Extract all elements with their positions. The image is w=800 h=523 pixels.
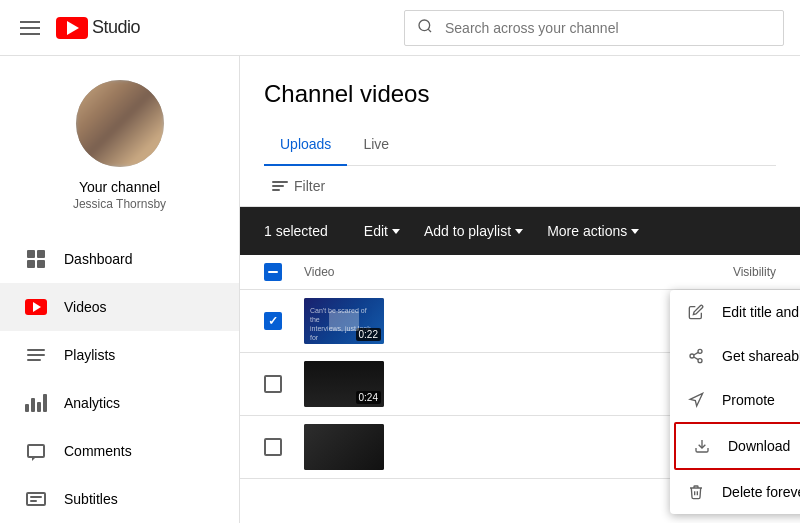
play-triangle: [67, 21, 79, 35]
video-duration: 0:22: [356, 328, 381, 341]
row-checkbox-wrap[interactable]: ✓: [264, 312, 304, 330]
more-chevron-icon: [631, 229, 639, 234]
edit-button[interactable]: Edit: [352, 215, 412, 247]
youtube-logo-icon: [56, 17, 88, 39]
sidebar-item-label: Subtitles: [64, 491, 118, 507]
main-content: Channel videos Uploads Live Filter 1 sel…: [240, 56, 800, 523]
row-checkbox[interactable]: ✓: [264, 312, 282, 330]
row-checkbox-wrap[interactable]: [264, 438, 304, 456]
add-to-playlist-label: Add to playlist: [424, 223, 511, 239]
menu-item-edit-title[interactable]: Edit title and description: [670, 290, 800, 334]
menu-item-download[interactable]: Download: [674, 422, 800, 470]
header-left: Studio: [16, 17, 140, 39]
table-row: ✓ Can't be scared of theinterviews, just…: [240, 290, 800, 353]
video-thumbnail: Can't be scared of theinterviews, just l…: [304, 298, 384, 344]
menu-item-promote[interactable]: Promote: [670, 378, 800, 422]
playlist-chevron-icon: [515, 229, 523, 234]
sidebar-item-label: Dashboard: [64, 251, 133, 267]
main-layout: Your channel Jessica Thornsby Dashboard: [0, 56, 800, 523]
filter-label: Filter: [294, 178, 325, 194]
menu-item-label: Download: [728, 438, 790, 454]
video-thumbnail: 0:24: [304, 361, 384, 407]
channel-name: Your channel: [79, 179, 160, 195]
sidebar-item-subtitles[interactable]: Subtitles: [0, 475, 239, 523]
page-title: Channel videos: [264, 80, 776, 108]
dashboard-icon: [24, 247, 48, 271]
trash-icon: [686, 482, 706, 502]
filter-button[interactable]: Filter: [264, 174, 333, 198]
row-checkbox[interactable]: [264, 375, 282, 393]
context-menu: Edit title and description Get shareable…: [670, 290, 800, 514]
sidebar-item-analytics[interactable]: Analytics: [0, 379, 239, 427]
add-to-playlist-button[interactable]: Add to playlist: [412, 215, 535, 247]
edit-chevron-icon: [392, 229, 400, 234]
menu-button[interactable]: [16, 17, 44, 39]
sidebar-item-videos[interactable]: Videos: [0, 283, 239, 331]
svg-point-4: [690, 354, 694, 358]
selected-count: 1 selected: [264, 223, 328, 239]
tab-uploads[interactable]: Uploads: [264, 124, 347, 166]
sidebar-item-label: Videos: [64, 299, 107, 315]
search-input[interactable]: [445, 20, 783, 36]
menu-item-label: Promote: [722, 392, 775, 408]
row-checkbox-wrap[interactable]: [264, 375, 304, 393]
analytics-icon: [24, 391, 48, 415]
row-checkbox[interactable]: [264, 438, 282, 456]
sidebar-item-dashboard[interactable]: Dashboard: [0, 235, 239, 283]
menu-item-shareable-link[interactable]: Get shareable link: [670, 334, 800, 378]
sidebar-item-label: Comments: [64, 443, 132, 459]
svg-point-5: [698, 359, 702, 363]
avatar: [76, 80, 164, 167]
filter-icon: [272, 181, 288, 191]
svg-point-0: [419, 20, 430, 31]
menu-item-delete[interactable]: Delete forever: [670, 470, 800, 514]
table-header: Video Visibility: [240, 255, 800, 290]
channel-sub: Jessica Thornsby: [73, 197, 166, 211]
svg-line-1: [428, 29, 431, 32]
menu-item-label: Get shareable link: [722, 348, 800, 364]
header-check[interactable]: [264, 263, 304, 281]
sidebar-nav: Dashboard Videos Playl: [0, 235, 239, 523]
svg-point-3: [698, 349, 702, 353]
svg-line-7: [694, 352, 699, 355]
studio-wordmark: Studio: [92, 17, 140, 38]
sidebar-item-playlists[interactable]: Playlists: [0, 331, 239, 379]
col-video-header: Video: [304, 265, 656, 279]
videos-icon: [24, 295, 48, 319]
subtitles-icon: [24, 487, 48, 511]
video-duration: 0:24: [356, 391, 381, 404]
search-icon: [405, 18, 445, 37]
sidebar-item-label: Playlists: [64, 347, 115, 363]
tab-live[interactable]: Live: [347, 124, 405, 166]
playlists-icon: [24, 343, 48, 367]
more-actions-button[interactable]: More actions: [535, 215, 651, 247]
megaphone-icon: [686, 390, 706, 410]
menu-item-label: Edit title and description: [722, 304, 800, 320]
comments-icon: [24, 439, 48, 463]
main-header: Channel videos Uploads Live: [240, 56, 800, 166]
toolbar: Filter: [240, 166, 800, 207]
tabs: Uploads Live: [264, 124, 776, 166]
download-icon: [692, 436, 712, 456]
sidebar-item-comments[interactable]: Comments: [0, 427, 239, 475]
col-visibility-header: Visibility: [656, 265, 776, 279]
sidebar-item-label: Analytics: [64, 395, 120, 411]
svg-line-6: [694, 357, 699, 360]
sidebar: Your channel Jessica Thornsby Dashboard: [0, 56, 240, 523]
more-actions-label: More actions: [547, 223, 627, 239]
action-bar: 1 selected Edit Add to playlist More act…: [240, 207, 800, 255]
share-icon: [686, 346, 706, 366]
edit-label: Edit: [364, 223, 388, 239]
app-header: Studio: [0, 0, 800, 56]
logo: Studio: [56, 17, 140, 39]
pencil-icon: [686, 302, 706, 322]
video-thumbnail: [304, 424, 384, 470]
search-bar[interactable]: [404, 10, 784, 46]
select-all-checkbox[interactable]: [264, 263, 282, 281]
menu-item-label: Delete forever: [722, 484, 800, 500]
